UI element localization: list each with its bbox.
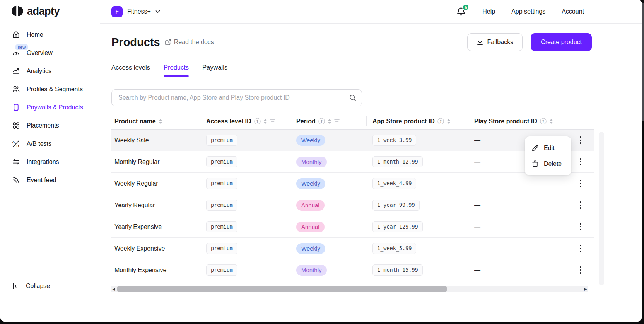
period-cell: Annual [290, 200, 366, 211]
help-icon[interactable]: ? [318, 118, 325, 124]
help-link[interactable]: Help [482, 8, 495, 15]
horizontal-scrollbar-thumb[interactable] [117, 286, 447, 292]
tab-products[interactable]: Products [164, 64, 189, 77]
row-kebab-menu-button[interactable] [575, 242, 586, 256]
horizontal-scrollbar[interactable]: ◀ ▶ [111, 286, 588, 292]
filter-icon[interactable] [334, 119, 340, 124]
tab-paywalls[interactable]: Paywalls [202, 64, 227, 77]
context-menu-delete[interactable]: Delete [525, 156, 571, 172]
sort-icon[interactable] [549, 119, 553, 124]
table-vertical-scrollbar[interactable] [599, 132, 604, 285]
tab-access-levels[interactable]: Access levels [111, 64, 150, 77]
sort-icon[interactable] [328, 119, 331, 124]
app-switcher[interactable]: F Fitness+ [111, 6, 160, 17]
period-badge: Weekly [296, 178, 325, 189]
create-product-button[interactable]: Create product [531, 33, 592, 51]
sort-icon[interactable] [159, 119, 162, 124]
col-header-product-name[interactable]: Product name [111, 113, 200, 129]
scroll-left-arrow[interactable]: ◀ [111, 287, 116, 291]
sidebar-item-home[interactable]: Home [0, 26, 100, 44]
profiles-icon [12, 85, 20, 93]
col-header-period[interactable]: Period ? [290, 113, 366, 129]
help-icon[interactable]: ? [437, 118, 444, 124]
row-context-menu: Edit Delete [525, 136, 571, 175]
paywalls-icon [12, 103, 20, 111]
access-level-badge: premium [206, 243, 237, 254]
row-kebab-menu-button[interactable] [575, 198, 586, 212]
help-icon[interactable]: ? [540, 118, 547, 124]
app-store-id-cell: 1_week_5.99 [366, 243, 468, 254]
app-store-id-badge: 1_month_15.99 [372, 264, 423, 275]
product-name-cell: Monthly Expensive [111, 267, 200, 274]
table-row[interactable]: Weekly Sale premium Weekly 1_week_3.99 — [111, 130, 594, 151]
period-badge: Weekly [296, 135, 325, 146]
svg-text:?: ? [439, 119, 442, 123]
event-feed-icon [12, 176, 20, 184]
table-header-row: Product name Access level ID ? Period ? … [111, 113, 594, 130]
sort-icon[interactable] [447, 119, 451, 124]
period-badge: Weekly [296, 243, 325, 254]
read-the-docs-link[interactable]: Read the docs [165, 39, 214, 46]
access-level-cell: premium [200, 178, 290, 189]
row-kebab-menu-button[interactable] [575, 220, 586, 234]
help-icon[interactable]: ? [254, 118, 261, 124]
sidebar-item-event-feed[interactable]: Event feed [0, 171, 100, 189]
sidebar-item-profiles[interactable]: Profiles & Segments [0, 80, 100, 98]
collapse-button[interactable]: Collapse [12, 282, 50, 290]
account-link[interactable]: Account [562, 8, 584, 15]
access-level-cell: premium [200, 221, 290, 232]
col-header-access-level-id[interactable]: Access level ID ? [200, 113, 290, 129]
logo-wordmark: adapty [27, 5, 60, 17]
adapty-logo-icon [11, 5, 24, 18]
product-name-cell: Weekly Expensive [111, 245, 200, 252]
app-store-id-cell: 1_week_4.99 [366, 178, 468, 189]
sidebar: adapty Home new Overview Analytics Profi… [0, 0, 100, 322]
scroll-right-arrow[interactable]: ▶ [583, 287, 588, 291]
sidebar-item-paywalls-products[interactable]: Paywalls & Products [0, 98, 100, 116]
context-menu-edit[interactable]: Edit [525, 140, 571, 156]
period-badge: Annual [296, 222, 325, 232]
table-row[interactable]: Yearly Expensive premium Annual 1_year_1… [111, 216, 594, 238]
sidebar-item-ab-tests[interactable]: AB A/B tests [0, 135, 100, 153]
table-rows: Weekly Sale premium Weekly 1_week_3.99 —… [111, 130, 594, 281]
filter-icon[interactable] [270, 119, 275, 124]
table-row[interactable]: Weekly Regular premium Weekly 1_week_4.9… [111, 173, 594, 194]
period-cell: Weekly [290, 243, 366, 254]
period-cell: Weekly [290, 135, 366, 146]
app-store-id-cell: 1_week_3.99 [366, 135, 468, 145]
sidebar-item-overview[interactable]: new Overview [0, 44, 100, 62]
access-level-badge: premium [206, 178, 237, 189]
products-table: Product name Access level ID ? Period ? … [111, 113, 594, 281]
play-store-id-cell: — [468, 202, 566, 209]
app-store-id-badge: 1_week_4.99 [372, 178, 416, 189]
col-header-app-store-id[interactable]: App Store product ID ? [366, 113, 468, 129]
notifications-button[interactable]: 5 [456, 7, 466, 17]
table-row[interactable]: Weekly Expensive premium Weekly 1_week_5… [111, 238, 594, 259]
window-scrollbar[interactable] [642, 0, 644, 324]
access-level-badge: premium [206, 200, 237, 210]
access-level-cell: premium [200, 135, 290, 145]
table-row[interactable]: Monthly Expensive premium Monthly 1_mont… [111, 259, 594, 281]
fallbacks-button[interactable]: Fallbacks [467, 33, 523, 51]
sidebar-item-analytics[interactable]: Analytics [0, 62, 100, 80]
sidebar-item-integrations[interactable]: Integrations [0, 153, 100, 171]
row-kebab-menu-button[interactable] [575, 133, 586, 147]
chevron-down-icon [155, 10, 160, 13]
row-kebab-menu-button[interactable] [575, 155, 586, 169]
page-title: Products [111, 36, 160, 49]
table-row[interactable]: Yearly Regular premium Annual 1_year_99.… [111, 194, 594, 216]
app-settings-link[interactable]: App settings [511, 8, 545, 15]
col-header-play-store-id[interactable]: Play Store product ID ? [468, 113, 566, 129]
sort-icon[interactable] [263, 119, 267, 124]
table-row[interactable]: Monthly Regular premium Monthly 1_month_… [111, 151, 594, 173]
integrations-icon [12, 158, 20, 166]
row-kebab-menu-button[interactable] [575, 263, 586, 277]
collapse-icon [12, 282, 20, 290]
adapty-logo[interactable]: adapty [11, 5, 60, 18]
window-scrollbar-thumb[interactable] [642, 3, 644, 121]
actions-cell [566, 216, 594, 237]
sidebar-item-placements[interactable]: Placements [0, 116, 100, 135]
row-kebab-menu-button[interactable] [575, 177, 586, 191]
actions-cell [566, 194, 594, 216]
search-input[interactable] [111, 89, 362, 106]
